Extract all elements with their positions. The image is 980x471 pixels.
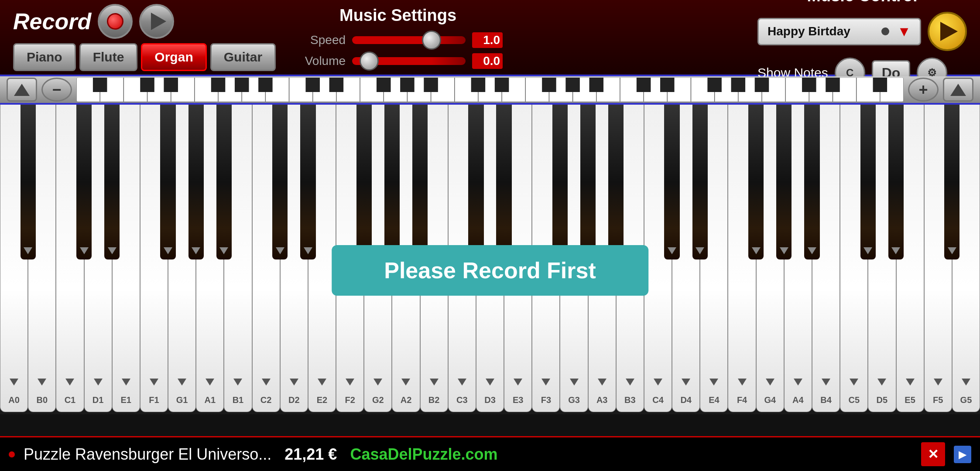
svg-rect-44	[400, 78, 415, 92]
key-label-d4: D4	[680, 395, 692, 405]
key-marker-icon	[430, 379, 439, 386]
black-key-13[interactable]	[384, 105, 400, 259]
svg-rect-53	[707, 78, 722, 92]
black-key-17[interactable]	[496, 105, 511, 259]
record-button[interactable]	[98, 4, 133, 39]
key-label-b0: B0	[36, 395, 48, 405]
key-labels	[0, 414, 980, 436]
black-key-10[interactable]	[300, 105, 315, 259]
svg-rect-35	[93, 78, 107, 92]
record-top: Record	[13, 4, 174, 39]
ad-text: Puzzle Ravensburger El Universo... 21,21…	[24, 445, 912, 464]
play-triangle-icon	[151, 13, 166, 30]
mini-keyboard	[76, 78, 904, 102]
black-key-23[interactable]	[664, 105, 679, 259]
organ-button[interactable]: Organ	[141, 43, 206, 71]
black-key-6[interactable]	[188, 105, 204, 259]
play-button[interactable]	[139, 4, 174, 39]
key-label-c3: C3	[456, 395, 468, 405]
black-key-3[interactable]	[104, 105, 120, 259]
black-key-14[interactable]	[412, 105, 428, 259]
key-marker-icon	[654, 379, 662, 386]
dropdown-arrow-icon: ▼	[897, 24, 911, 40]
black-key-0[interactable]	[21, 105, 36, 259]
speed-slider-track[interactable]	[352, 36, 466, 44]
black-key-12[interactable]	[356, 105, 372, 259]
black-key-27[interactable]	[776, 105, 792, 259]
music-settings-title: Music Settings	[339, 6, 456, 25]
key-label-e5: E5	[905, 395, 915, 405]
key-marker-icon	[458, 379, 466, 386]
key-label-f2: F2	[345, 395, 355, 405]
black-key-24[interactable]	[692, 105, 708, 259]
black-key-marker-icon	[696, 247, 704, 254]
key-label-f4: F4	[737, 395, 747, 405]
plus-icon: +	[918, 81, 928, 99]
music-control-top: Happy Birtday ▼	[757, 12, 967, 51]
ad-close-button[interactable]: ✕	[921, 442, 945, 466]
black-key-marker-icon	[948, 247, 956, 254]
piano-button[interactable]: Piano	[13, 43, 76, 71]
svg-rect-48	[542, 78, 556, 92]
black-key-marker-icon	[276, 247, 284, 254]
black-key-marker-icon	[164, 247, 172, 254]
key-marker-icon	[766, 379, 774, 386]
key-marker-icon	[514, 379, 522, 386]
ad-price: 21,21 €	[284, 445, 337, 463]
key-label-e2: E2	[317, 395, 327, 405]
speed-row: Speed 1.0	[293, 32, 503, 48]
svg-rect-55	[755, 78, 769, 92]
black-key-marker-icon	[304, 247, 312, 254]
key-marker-icon	[346, 379, 354, 386]
music-control-play-button[interactable]	[928, 12, 967, 51]
nav-right-up-button[interactable]	[943, 78, 973, 102]
black-key-marker-icon	[863, 247, 872, 254]
black-key-26[interactable]	[748, 105, 764, 259]
black-key-2[interactable]	[76, 105, 92, 259]
volume-slider-thumb[interactable]	[360, 51, 379, 71]
nav-left-up-button[interactable]	[7, 78, 37, 102]
key-marker-icon	[822, 379, 830, 386]
speed-slider-thumb[interactable]	[422, 31, 441, 50]
key-marker-icon	[290, 379, 298, 386]
black-key-9[interactable]	[272, 105, 288, 259]
key-label-f5: F5	[933, 395, 943, 405]
nav-plus-button[interactable]: +	[908, 78, 939, 102]
black-key-33[interactable]	[944, 105, 959, 259]
key-label-d5: D5	[877, 395, 888, 405]
key-label-b4: B4	[820, 395, 832, 405]
dropdown-dot-icon	[881, 27, 889, 35]
ad-arrow-button[interactable]: ▶	[954, 446, 971, 463]
key-label-d1: D1	[93, 395, 104, 405]
record-section: Record Piano Flute Organ Guitar	[13, 4, 276, 71]
svg-rect-47	[495, 78, 509, 92]
black-key-7[interactable]	[216, 105, 232, 259]
key-marker-icon	[65, 379, 74, 386]
black-key-20[interactable]	[580, 105, 596, 259]
key-marker-icon	[122, 379, 130, 386]
nav-right-arrow-icon	[950, 84, 966, 96]
guitar-button[interactable]: Guitar	[210, 43, 276, 71]
key-marker-icon	[94, 379, 103, 386]
black-key-19[interactable]	[552, 105, 568, 259]
svg-rect-52	[660, 78, 675, 92]
black-key-16[interactable]	[468, 105, 483, 259]
key-label-f3: F3	[541, 395, 551, 405]
black-key-5[interactable]	[160, 105, 175, 259]
key-marker-icon	[682, 379, 690, 386]
svg-rect-38	[211, 78, 226, 92]
black-key-30[interactable]	[860, 105, 876, 259]
svg-rect-45	[424, 78, 438, 92]
key-marker-icon	[850, 379, 858, 386]
key-marker-icon	[10, 379, 18, 386]
song-selector[interactable]: Happy Birtday ▼	[757, 18, 921, 45]
key-marker-icon	[38, 379, 46, 386]
flute-button[interactable]: Flute	[79, 43, 138, 71]
black-key-21[interactable]	[608, 105, 624, 259]
svg-rect-40	[258, 78, 273, 92]
key-label-f1: F1	[149, 395, 159, 405]
nav-minus-button[interactable]: −	[41, 78, 72, 102]
black-key-28[interactable]	[804, 105, 819, 259]
black-key-31[interactable]	[888, 105, 904, 259]
volume-slider-track[interactable]	[352, 57, 466, 65]
